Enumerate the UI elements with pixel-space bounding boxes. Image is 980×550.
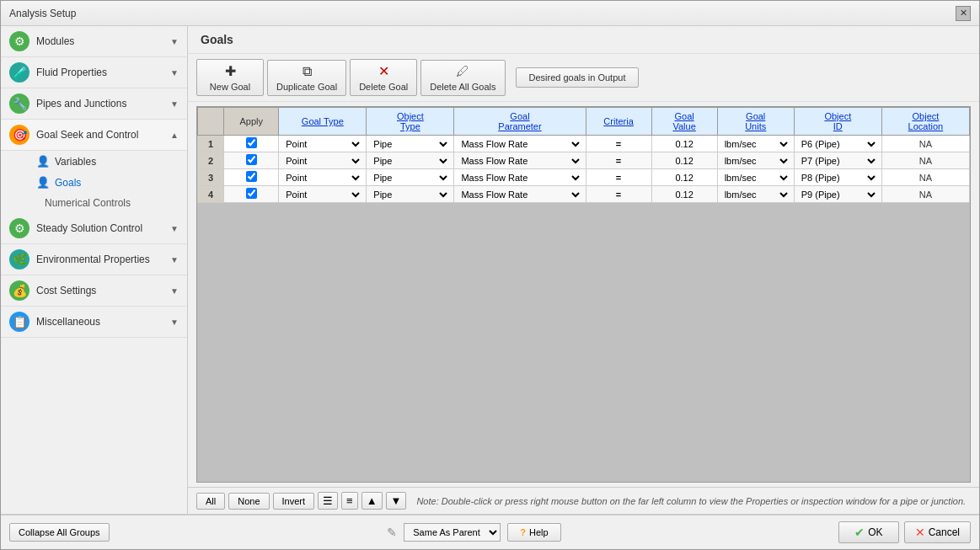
same-as-parent-select[interactable]: Same As Parent xyxy=(404,523,501,542)
col-header-object-type[interactable]: ObjectType xyxy=(367,108,454,136)
sidebar-item-goals[interactable]: 👤 Goals xyxy=(1,172,187,193)
object-id-select[interactable]: P8 (Pipe) xyxy=(798,172,878,184)
new-goal-button[interactable]: ✚ New Goal xyxy=(196,59,264,96)
ok-button[interactable]: ✔ OK xyxy=(838,521,898,543)
object-type-cell[interactable]: Pipe xyxy=(367,152,454,169)
goal-type-select[interactable]: Point xyxy=(282,172,362,184)
object-type-select[interactable]: Pipe xyxy=(370,189,450,200)
goal-seek-arrow-icon: ▲ xyxy=(170,131,179,140)
object-type-cell[interactable]: Pipe xyxy=(367,136,454,152)
sidebar-item-environmental[interactable]: 🌿 Environmental Properties ▼ xyxy=(1,244,187,275)
sidebar-item-variables[interactable]: 👤 Variables xyxy=(1,151,187,172)
apply-cell[interactable] xyxy=(224,186,279,203)
invert-button[interactable]: Invert xyxy=(273,493,315,510)
goal-units-select[interactable]: lbm/sec xyxy=(721,138,790,150)
col-header-goal-parameter[interactable]: GoalParameter xyxy=(454,108,586,136)
miscellaneous-icon: 📋 xyxy=(9,312,29,332)
bottom-note: Note: Double-click or press right mouse … xyxy=(416,496,966,506)
move-up-icon[interactable]: ▲ xyxy=(361,492,383,510)
goal-parameter-select[interactable]: Mass Flow Rate xyxy=(458,138,581,150)
goal-parameter-cell[interactable]: Mass Flow Rate xyxy=(454,136,586,152)
footer-collapse-button[interactable]: Collapse All Groups xyxy=(9,523,110,542)
cancel-button[interactable]: ✕ Cancel xyxy=(904,521,971,543)
goal-type-cell[interactable]: Point xyxy=(279,136,367,152)
goal-parameter-cell[interactable]: Mass Flow Rate xyxy=(454,152,586,169)
goal-parameter-select[interactable]: Mass Flow Rate xyxy=(458,189,581,200)
goal-type-cell[interactable]: Point xyxy=(279,186,367,203)
duplicate-goal-button[interactable]: ⧉ Duplicate Goal xyxy=(267,60,346,96)
expand-rows-icon[interactable]: ☰ xyxy=(318,492,338,510)
object-id-cell[interactable]: P6 (Pipe) xyxy=(794,136,881,152)
goal-type-cell[interactable]: Point xyxy=(279,169,367,186)
bottom-toolbar: All None Invert ☰ ≡ ▲ ▼ Note: Double-cli… xyxy=(188,487,979,514)
none-button[interactable]: None xyxy=(228,493,269,510)
goals-table: Apply Goal Type ObjectType GoalParameter… xyxy=(197,107,970,203)
col-header-goal-value[interactable]: GoalValue xyxy=(651,108,717,136)
delete-goal-button[interactable]: ✕ Delete Goal xyxy=(350,59,417,96)
collapse-rows-icon[interactable]: ≡ xyxy=(341,492,358,510)
sidebar-item-cost-settings[interactable]: 💰 Cost Settings ▼ xyxy=(1,275,187,307)
object-id-cell[interactable]: P9 (Pipe) xyxy=(794,186,881,203)
sidebar-item-miscellaneous[interactable]: 📋 Miscellaneous ▼ xyxy=(1,307,187,338)
apply-checkbox[interactable] xyxy=(246,154,257,165)
goal-units-cell[interactable]: lbm/sec xyxy=(717,136,794,152)
apply-cell[interactable] xyxy=(224,136,279,152)
table-row: 4 Point Pipe Mass Flow Rate = 0.12 xyxy=(198,186,970,203)
sidebar-item-goal-seek[interactable]: 🎯 Goal Seek and Control ▲ xyxy=(1,120,187,151)
help-button[interactable]: ? Help xyxy=(507,523,560,542)
apply-cell[interactable] xyxy=(224,152,279,169)
sidebar-item-steady-solution[interactable]: ⚙ Steady Solution Control ▼ xyxy=(1,213,187,244)
goal-parameter-cell[interactable]: Mass Flow Rate xyxy=(454,186,586,203)
goal-type-cell[interactable]: Point xyxy=(279,152,367,169)
desired-goals-button[interactable]: Desired goals in Output xyxy=(516,67,640,88)
table-row: 1 Point Pipe Mass Flow Rate = 0.12 xyxy=(198,136,970,152)
apply-checkbox[interactable] xyxy=(246,188,257,199)
sidebar-item-pipes-and-junctions[interactable]: 🔧 Pipes and Junctions ▼ xyxy=(1,88,187,120)
goal-units-select[interactable]: lbm/sec xyxy=(721,189,790,200)
object-id-select[interactable]: P7 (Pipe) xyxy=(798,155,878,167)
object-location-cell: NA xyxy=(881,152,969,169)
close-button[interactable]: ✕ xyxy=(956,6,971,21)
object-type-select[interactable]: Pipe xyxy=(370,172,450,184)
goal-units-cell[interactable]: lbm/sec xyxy=(717,169,794,186)
fluid-properties-icon: 🧪 xyxy=(9,62,29,83)
sidebar-item-fluid-properties[interactable]: 🧪 Fluid Properties ▼ xyxy=(1,57,187,88)
object-id-select[interactable]: P9 (Pipe) xyxy=(798,189,878,200)
object-id-cell[interactable]: P7 (Pipe) xyxy=(794,152,881,169)
new-goal-label: New Goal xyxy=(210,82,250,92)
object-type-select[interactable]: Pipe xyxy=(370,155,450,167)
goal-value-cell: 0.12 xyxy=(651,152,717,169)
goal-units-cell[interactable]: lbm/sec xyxy=(717,152,794,169)
goal-units-cell[interactable]: lbm/sec xyxy=(717,186,794,203)
col-header-object-location[interactable]: ObjectLocation xyxy=(881,108,969,136)
object-id-select[interactable]: P6 (Pipe) xyxy=(798,138,878,150)
goal-parameter-select[interactable]: Mass Flow Rate xyxy=(458,172,581,184)
apply-cell[interactable] xyxy=(224,169,279,186)
goal-units-select[interactable]: lbm/sec xyxy=(721,172,790,184)
delete-all-goals-button[interactable]: 🖊 Delete All Goals xyxy=(420,60,505,96)
goal-type-select[interactable]: Point xyxy=(282,155,362,167)
goal-type-select[interactable]: Point xyxy=(282,189,362,200)
goal-parameter-select[interactable]: Mass Flow Rate xyxy=(458,155,581,167)
cancel-x-icon: ✕ xyxy=(915,526,925,539)
col-header-goal-units[interactable]: GoalUnits xyxy=(717,108,794,136)
pipes-arrow-icon: ▼ xyxy=(170,99,179,109)
all-button[interactable]: All xyxy=(196,493,225,510)
object-type-select[interactable]: Pipe xyxy=(370,138,450,150)
col-header-criteria[interactable]: Criteria xyxy=(586,108,651,136)
object-type-cell[interactable]: Pipe xyxy=(367,169,454,186)
goal-parameter-cell[interactable]: Mass Flow Rate xyxy=(454,169,586,186)
col-header-goal-type[interactable]: Goal Type xyxy=(279,108,367,136)
goal-units-select[interactable]: lbm/sec xyxy=(721,155,790,167)
delete-goal-icon: ✕ xyxy=(378,63,389,79)
sidebar-modules-label: Modules xyxy=(36,35,170,47)
col-header-object-id[interactable]: ObjectID xyxy=(794,108,881,136)
sidebar-item-numerical-controls[interactable]: Numerical Controls xyxy=(1,193,187,213)
sidebar-item-modules[interactable]: ⚙ Modules ▼ xyxy=(1,26,187,57)
apply-checkbox[interactable] xyxy=(246,171,257,182)
apply-checkbox[interactable] xyxy=(246,137,257,148)
move-down-icon[interactable]: ▼ xyxy=(386,492,407,510)
goal-type-select[interactable]: Point xyxy=(282,138,362,150)
object-id-cell[interactable]: P8 (Pipe) xyxy=(794,169,881,186)
object-type-cell[interactable]: Pipe xyxy=(367,186,454,203)
